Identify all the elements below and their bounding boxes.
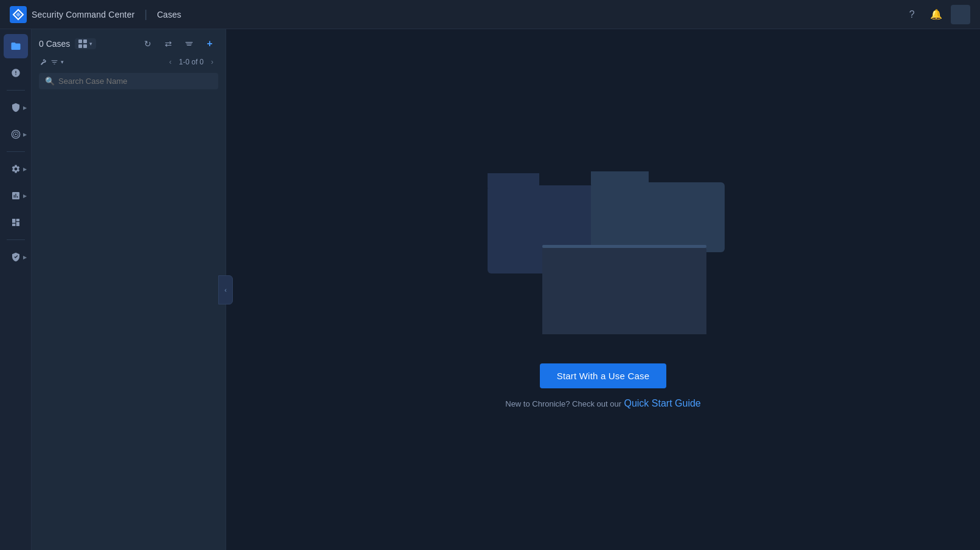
sidebar-item-cases[interactable] — [4, 34, 28, 58]
nav-section-label: Cases — [157, 10, 181, 19]
collapse-icon: ‹ — [224, 286, 227, 294]
search-input-wrap: 🔍 — [39, 73, 218, 89]
sidebar-item-dashboard[interactable] — [4, 210, 28, 235]
alert-icon — [11, 68, 21, 78]
top-nav-actions: ? 🔔 — [902, 5, 970, 24]
start-use-case-button[interactable]: Start With a Use Case — [540, 363, 667, 388]
collapse-panel-button[interactable]: ‹ — [218, 275, 233, 304]
app-title: Security Command Center — [32, 10, 135, 19]
help-icon: ? — [909, 9, 915, 20]
folder-icon — [10, 41, 21, 52]
notifications-button[interactable]: 🔔 — [927, 5, 946, 24]
expand-chevron-4: ▶ — [23, 193, 27, 199]
sidebar-item-settings[interactable]: ▶ — [4, 157, 28, 181]
chronicle-link-row: New to Chronicle? Check out our Quick St… — [505, 398, 701, 409]
svg-rect-7 — [591, 171, 649, 185]
dashboard-icon — [11, 218, 21, 227]
main-body: ▶ ▶ ▶ ▶ — [0, 29, 980, 550]
search-row: 🔍 — [32, 68, 226, 94]
filter-chevron-icon: ▾ — [61, 59, 64, 65]
svg-rect-8 — [542, 246, 706, 334]
logo-icon — [10, 6, 27, 23]
cases-header: 0 Cases ▾ ↻ ⇄ — [32, 29, 226, 68]
filter-icon — [50, 58, 58, 66]
cases-panel: 0 Cases ▾ ↻ ⇄ — [32, 29, 226, 550]
filter-dropdown-button[interactable]: ▾ — [50, 58, 64, 66]
sidebar-divider-1 — [7, 90, 25, 91]
cases-count: 0 Cases — [39, 39, 70, 49]
pagination-text: 1-0 of 0 — [179, 58, 204, 66]
cta-section: Start With a Use Case New to Chronicle? … — [505, 363, 701, 409]
cases-toolbar-right: ↻ ⇄ + — [139, 35, 218, 52]
sync-button[interactable]: ⇄ — [160, 35, 177, 52]
empty-state-illustration — [469, 170, 737, 334]
sync-icon: ⇄ — [165, 39, 172, 49]
cases-list — [32, 94, 226, 550]
sidebar-item-analytics[interactable]: ▶ — [4, 184, 28, 208]
refresh-icon: ↻ — [144, 39, 151, 49]
quick-start-link[interactable]: Quick Start Guide — [624, 398, 700, 408]
nav-divider: | — [145, 8, 148, 21]
expand-chevron-5: ▶ — [23, 255, 27, 260]
cases-second-row: ▾ ‹ 1-0 of 0 › — [39, 56, 218, 68]
help-button[interactable]: ? — [902, 5, 922, 24]
expand-chevron-3: ▶ — [23, 167, 27, 172]
filter-button[interactable] — [39, 58, 47, 66]
expand-chevron-2: ▶ — [23, 132, 27, 137]
svg-rect-6 — [591, 182, 725, 252]
sidebar-item-radar[interactable]: ▶ — [4, 122, 28, 146]
main-content: Start With a Use Case New to Chronicle? … — [226, 29, 980, 550]
view-grid-icon — [78, 40, 87, 48]
bell-icon: 🔔 — [930, 9, 942, 20]
view-toggle[interactable]: ▾ — [75, 38, 96, 49]
sidebar-divider-3 — [7, 239, 25, 240]
svg-rect-9 — [542, 245, 706, 248]
cases-top-row: 0 Cases ▾ ↻ ⇄ — [39, 35, 218, 52]
gear-icon — [11, 164, 21, 174]
radar-icon — [11, 129, 21, 139]
wrench-icon — [39, 58, 47, 66]
chart-icon — [11, 191, 21, 201]
search-input[interactable] — [58, 77, 212, 86]
add-icon: + — [207, 38, 212, 49]
avatar[interactable] — [951, 5, 970, 24]
sidebar-item-admin[interactable]: ▶ — [4, 245, 28, 269]
group-icon — [185, 40, 193, 48]
top-navigation: Security Command Center | Cases ? 🔔 — [0, 0, 980, 29]
search-icon: 🔍 — [45, 77, 55, 86]
sidebar-divider-2 — [7, 151, 25, 152]
shield-icon — [11, 103, 21, 112]
add-case-button[interactable]: + — [201, 35, 218, 52]
prev-page-button[interactable]: ‹ — [164, 56, 176, 68]
sidebar-navigation: ▶ ▶ ▶ ▶ — [0, 29, 32, 550]
sidebar-item-shield[interactable]: ▶ — [4, 95, 28, 120]
expand-chevron: ▶ — [23, 105, 27, 111]
admin-icon — [11, 252, 21, 262]
sidebar-item-alerts[interactable] — [4, 61, 28, 85]
view-chevron-down-icon: ▾ — [89, 41, 92, 47]
group-button[interactable] — [181, 35, 198, 52]
chronicle-text: New to Chronicle? Check out our — [505, 399, 621, 408]
svg-point-3 — [15, 134, 16, 136]
pagination: ‹ 1-0 of 0 › — [164, 56, 218, 68]
refresh-button[interactable]: ↻ — [139, 35, 156, 52]
svg-rect-5 — [488, 173, 539, 188]
next-page-button[interactable]: › — [206, 56, 218, 68]
app-logo[interactable]: Security Command Center — [10, 6, 135, 23]
